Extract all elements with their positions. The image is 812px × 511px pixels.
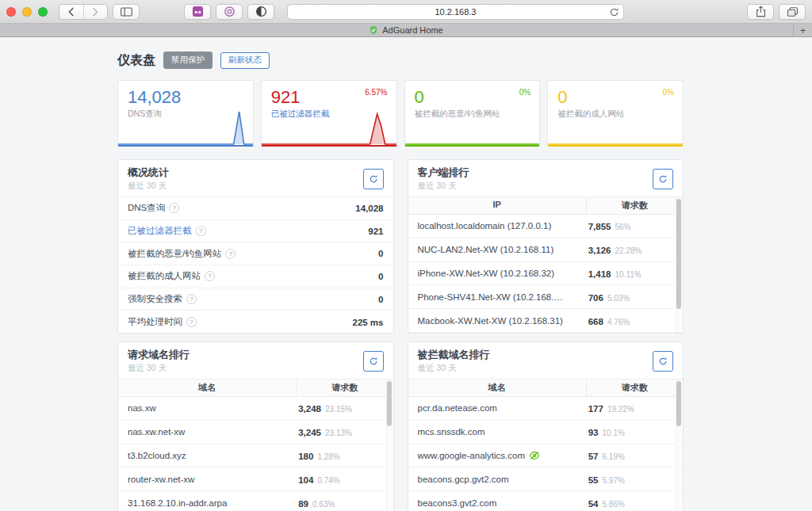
extension-button-3[interactable] <box>247 4 274 20</box>
domain-stats: 3,24823.15% <box>297 401 393 415</box>
sidebar-toggle-button[interactable] <box>113 4 140 20</box>
domain-name: 31.168.2.10.in-addr.arpa <box>118 498 297 508</box>
stats-row-label-link[interactable]: 已被过滤器拦截? <box>128 225 206 237</box>
table-row: localhost.localdomain (127.0.0.1) 7,8555… <box>408 215 684 238</box>
table-row: nas.xw.net-xw 3,24523.13% <box>118 421 393 444</box>
table-row: mcs.snssdk.com 9310.1% <box>408 421 684 444</box>
panel-header: 概况统计 最近 30 天 <box>118 160 393 197</box>
stats-row: 被拦截的成人网站? 0 <box>118 265 393 288</box>
column-header-name[interactable]: 域名 <box>118 379 297 396</box>
panel-refresh-button[interactable] <box>653 351 673 372</box>
tracker-blocked-icon <box>529 450 540 461</box>
refresh-status-button[interactable]: 刷新状态 <box>220 52 270 69</box>
top-clients-panel: 客户端排行 最近 30 天 IP 请求数 localhost.localdoma… <box>408 159 684 334</box>
column-header-count[interactable]: 请求数 <box>297 379 393 396</box>
url-text: 10.2.168.3 <box>435 7 477 17</box>
stats-row-label: 强制安全搜索? <box>128 293 197 305</box>
column-header-name[interactable]: IP <box>408 197 587 214</box>
minimize-window-button[interactable] <box>22 7 32 17</box>
domain-stats: 3,24523.13% <box>297 425 393 439</box>
domain-stats: 545.86% <box>587 496 683 510</box>
new-tab-button[interactable]: + <box>793 24 812 36</box>
stats-row: DNS查询? 14,028 <box>118 197 393 220</box>
stats-row-label: 平均处理时间? <box>128 316 197 328</box>
stat-label: DNS查询 <box>128 109 243 120</box>
stat-percent: 0% <box>663 88 674 97</box>
general-stats-rows: DNS查询? 14,028 已被过滤器拦截? 921 被拦截的恶意/钓鱼网站? … <box>118 197 393 334</box>
domain-name: router-xw.net-xw <box>118 475 297 484</box>
table-scrollbar[interactable] <box>676 379 682 511</box>
help-icon[interactable]: ? <box>196 226 206 236</box>
zoom-window-button[interactable] <box>38 7 48 17</box>
stat-card-blocked-by-filters: 921 已被过滤器拦截 6.57% <box>261 80 397 147</box>
table-row: Macbook-XW.Net-XW (10.2.168.31) 6684.76% <box>408 309 684 333</box>
panel-header: 请求域名排行 最近 30 天 <box>118 342 393 379</box>
stat-label-link[interactable]: 已被过滤器拦截 <box>271 109 387 120</box>
table-row: NUC-LAN2.Net-XW (10.2.168.11) 3,12622.28… <box>408 238 684 262</box>
domain-stats: 890.63% <box>297 496 393 510</box>
table-scrollbar[interactable] <box>386 379 393 511</box>
share-icon <box>756 6 766 17</box>
adguard-shield-icon <box>369 25 378 35</box>
purple-blocker-extension-icon <box>192 6 204 17</box>
browser-toolbar: 10.2.168.3 <box>0 0 812 24</box>
column-header-name[interactable]: 域名 <box>408 379 587 396</box>
domain-name: nas.xw.net-xw <box>118 427 297 437</box>
help-icon[interactable]: ? <box>186 294 197 304</box>
stats-row-label: 被拦截的恶意/钓鱼网站? <box>128 248 236 260</box>
domain-name: pcr.da.netease.com <box>408 403 587 413</box>
panel-header: 被拦截域名排行 最近 30 天 <box>408 342 684 379</box>
stat-cards-row: 14,028 DNS查询 921 已被过滤器拦截 6.57% 0 被拦截的恶意/… <box>117 80 684 147</box>
tab-bar: AdGuard Home + <box>0 24 812 37</box>
stats-row: 被拦截的恶意/钓鱼网站? 0 <box>118 242 393 265</box>
dark-mode-extension-icon <box>255 6 267 17</box>
table-scrollbar[interactable] <box>676 197 682 332</box>
back-button[interactable] <box>59 5 84 19</box>
forward-button[interactable] <box>84 5 108 19</box>
tab-adguard-home[interactable]: AdGuard Home <box>369 25 442 35</box>
stats-row-value: 921 <box>368 227 383 236</box>
domain-stats: 576.19% <box>587 448 683 463</box>
nav-buttons <box>59 4 108 20</box>
tab-overview-button[interactable] <box>779 4 806 20</box>
panel-refresh-button[interactable] <box>653 169 673 189</box>
help-icon[interactable]: ? <box>169 203 179 213</box>
stat-percent: 6.57% <box>365 88 387 97</box>
address-bar[interactable]: 10.2.168.3 <box>287 4 624 20</box>
extension-button-1[interactable] <box>184 4 211 20</box>
column-header-count[interactable]: 请求数 <box>587 197 683 214</box>
help-icon[interactable]: ? <box>205 271 215 281</box>
share-button[interactable] <box>747 4 774 20</box>
panel-subtitle: 最近 30 天 <box>418 181 469 192</box>
domain-name: nas.xw <box>118 403 297 413</box>
close-window-button[interactable] <box>6 7 16 17</box>
table-row: beacons3.gvt2.com 545.86% <box>408 491 684 511</box>
stat-card-blocked-adult: 0 被拦截的成人网站 0% <box>547 80 684 147</box>
help-icon[interactable]: ? <box>225 249 236 259</box>
panel-refresh-button[interactable] <box>363 351 384 372</box>
purple-ring-extension-icon <box>224 6 236 17</box>
client-name: localhost.localdomain (127.0.0.1) <box>408 221 587 231</box>
column-header-count[interactable]: 请求数 <box>587 379 683 396</box>
disable-protection-button[interactable]: 禁用保护 <box>163 51 213 69</box>
stats-row-value: 0 <box>378 249 383 258</box>
reload-icon <box>609 7 619 17</box>
stats-row-value: 0 <box>378 272 383 281</box>
refresh-icon <box>658 357 668 366</box>
top-blocked-domains-panel: 被拦截域名排行 最近 30 天 域名 请求数 pcr.da.netease.co… <box>408 341 684 511</box>
stat-percent: 0% <box>519 88 530 97</box>
panel-refresh-button[interactable] <box>363 169 384 189</box>
client-name: Phone-SHV41.Net-XW (10.2.168.… <box>408 292 587 302</box>
plus-icon: + <box>800 25 806 36</box>
panel-title: 被拦截域名排行 <box>418 348 490 362</box>
table-row: www.google-analytics.com 576.19% <box>408 444 684 468</box>
panel-title: 请求域名排行 <box>128 348 190 362</box>
client-name: NUC-LAN2.Net-XW (10.2.168.11) <box>408 245 587 254</box>
stat-label: 被拦截的恶意/钓鱼网站 <box>415 109 530 120</box>
help-icon[interactable]: ? <box>186 317 197 327</box>
table-row: pcr.da.netease.com 17719.22% <box>408 397 684 421</box>
reload-button[interactable] <box>609 7 619 19</box>
chevron-left-icon <box>68 7 75 17</box>
extension-button-2[interactable] <box>216 4 243 20</box>
stats-row-value: 14,028 <box>355 204 383 213</box>
